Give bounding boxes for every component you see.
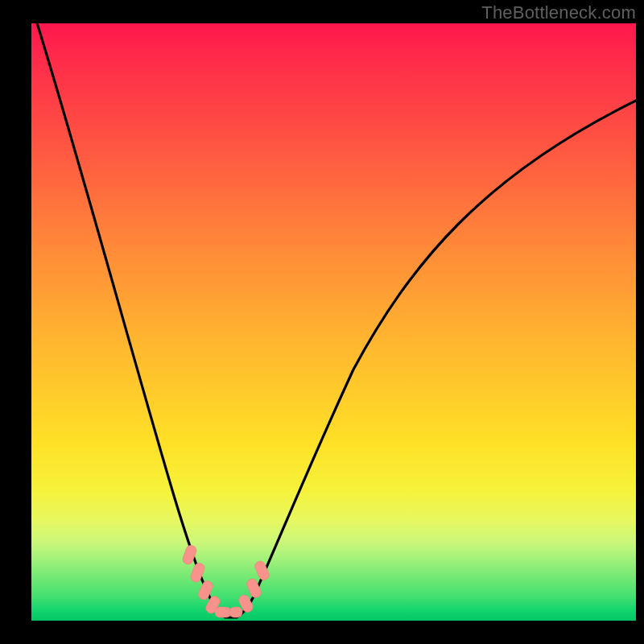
plot-area — [31, 23, 636, 621]
curve-layer — [31, 23, 636, 621]
bottleneck-curve — [35, 23, 636, 617]
marker-group — [181, 544, 270, 617]
svg-rect-4 — [215, 607, 231, 617]
svg-rect-5 — [229, 607, 242, 617]
chart-frame: TheBottleneck.com — [0, 0, 644, 644]
watermark-text: TheBottleneck.com — [481, 2, 636, 23]
